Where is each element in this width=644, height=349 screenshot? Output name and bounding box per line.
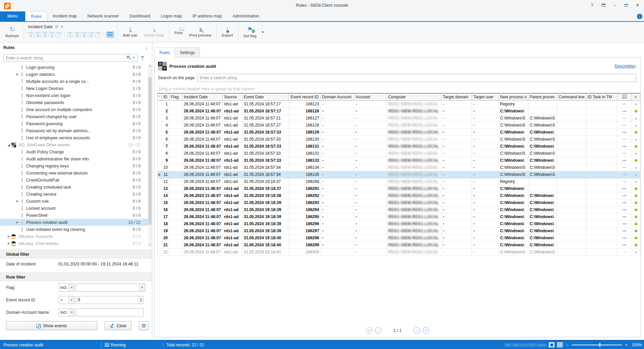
cell[interactable]: C:\Windows\ (528, 199, 557, 206)
cell[interactable]: 186127 (289, 114, 321, 121)
cell[interactable]: C:\Windows\ (498, 185, 528, 192)
column-header-target-domain[interactable]: Target domain (441, 93, 472, 100)
cell[interactable]: ⋯ (617, 129, 632, 136)
cell[interactable]: ⋯ (617, 136, 632, 143)
cell[interactable]: 9 (162, 157, 169, 164)
cell[interactable]: - (472, 143, 499, 150)
maximize-button[interactable] (623, 2, 630, 9)
cell[interactable] (158, 206, 162, 213)
add-rule-button[interactable]: +Add rule (119, 22, 141, 42)
cell[interactable]: 31.05.2024 18:57:17 (242, 100, 289, 107)
search-options-caret-icon[interactable] (133, 57, 135, 58)
date-range-button-w[interactable]: W (74, 32, 80, 37)
cell[interactable]: 26.06.2024 11:48:07 (182, 213, 223, 220)
cell[interactable]: 31.05.2024 19:18:39 (242, 213, 289, 220)
spinner-icon[interactable] (138, 296, 143, 304)
date-range-button-y[interactable]: Y (95, 32, 101, 37)
cell[interactable]: C:\Windows\ (528, 213, 557, 220)
cell[interactable] (557, 164, 586, 171)
nav-tab-ip-address-map[interactable]: IP address map (187, 11, 227, 21)
show-events-button[interactable]: Show events (6, 321, 97, 330)
cell[interactable] (632, 143, 640, 150)
cell[interactable] (557, 227, 586, 234)
cell[interactable] (632, 199, 640, 206)
cell[interactable]: - (441, 171, 472, 178)
cell[interactable]: rds1-ad (222, 248, 242, 255)
cell[interactable] (169, 213, 182, 220)
cell[interactable]: ⋯ (617, 178, 632, 185)
cell[interactable]: - (472, 248, 499, 255)
cell[interactable] (169, 129, 182, 136)
cell[interactable] (158, 213, 162, 220)
cell[interactable]: - (472, 213, 499, 220)
table-row-9[interactable]: 926.06.2024 11:48:07rds1-ad31.05.2024 18… (158, 157, 640, 164)
tree-item-obsolete-passwords[interactable]: Obsolete passwords0 / 0 (0, 99, 152, 106)
cell[interactable]: rds1-ad (222, 241, 242, 248)
prev-page-button[interactable]: ‹ (375, 327, 381, 334)
cell[interactable]: 31.05.2024 18:57:27 (242, 121, 289, 129)
cell[interactable] (169, 114, 182, 121)
cell[interactable]: RDS1-SIEM.RDS1.LOCAL (387, 241, 441, 248)
cell[interactable]: C:\Windows\ (528, 143, 557, 150)
cell[interactable]: - (472, 220, 499, 227)
cell[interactable]: RDS1-SIEM.RDS1.LOCAL (387, 199, 441, 206)
cell[interactable]: 26.06.2024 11:48:07 (182, 199, 223, 206)
cell[interactable] (586, 248, 617, 255)
cell[interactable] (169, 143, 182, 150)
cell[interactable]: - (321, 227, 354, 234)
cell[interactable]: - (321, 136, 354, 143)
tree-item-logon-statistics[interactable]: ▶Logon statistics0 / 0 (0, 71, 152, 78)
cell[interactable] (586, 121, 617, 129)
cell[interactable]: RDS1-SIEM.RDS1.LOCAL (387, 192, 441, 199)
cell[interactable]: - (441, 234, 472, 241)
cell[interactable]: RDS1-SIEM.RDS1.LOCAL (387, 206, 441, 213)
cell[interactable]: 16 (162, 206, 169, 213)
cell[interactable]: RDS1-SIEM.RDS1.LOCAL (387, 129, 441, 136)
cell[interactable]: ⋯ (617, 107, 632, 114)
cell[interactable] (557, 129, 586, 136)
cell[interactable]: RDS1-SIEM.RDS1.LOCAL (387, 178, 441, 185)
column-header-marker[interactable]: * (158, 93, 162, 100)
cell[interactable] (158, 121, 162, 129)
cell[interactable]: C:\Windows\ (498, 213, 528, 220)
cell[interactable] (557, 206, 586, 213)
cell[interactable]: - (321, 100, 354, 107)
table-row-13[interactable]: 1326.06.2024 11:48:07rds1-ad31.05.2024 1… (158, 185, 640, 192)
cell[interactable] (557, 157, 586, 164)
table-row-6[interactable]: 626.06.2024 11:48:07rds1-ad31.05.2024 18… (158, 136, 640, 143)
cell[interactable]: rds1-ad (222, 178, 242, 185)
cell[interactable] (169, 178, 182, 185)
dropdown-icon[interactable] (69, 309, 74, 316)
tree-item-powershell[interactable]: PowerShell0 / 0 (0, 212, 152, 219)
cell[interactable]: 186132 (289, 150, 321, 157)
cell[interactable]: rds1-ad (222, 129, 242, 136)
cell[interactable]: - (472, 107, 499, 114)
cell[interactable]: 186300 (289, 248, 321, 255)
record-op-select[interactable]: = (59, 296, 74, 304)
cell[interactable]: 186293 (289, 199, 321, 206)
cell[interactable] (557, 192, 586, 199)
cell[interactable] (586, 171, 617, 178)
cell[interactable]: 15 (162, 199, 169, 206)
column-header-command-line[interactable]: Command line (557, 93, 586, 100)
cell[interactable]: - (321, 185, 354, 192)
flag-value-select[interactable] (76, 284, 145, 292)
cell[interactable]: - (472, 129, 499, 136)
cell[interactable]: ⋯ (617, 143, 632, 150)
calendar-button[interactable] (106, 32, 114, 38)
cell[interactable]: 31.05.2024 19:18:39 (242, 206, 289, 213)
cell[interactable]: C:\Windows\S (498, 171, 528, 178)
dropdown-icon[interactable] (68, 296, 74, 304)
cell[interactable] (586, 107, 617, 114)
cell[interactable]: - (472, 185, 499, 192)
cell[interactable]: 26.06.2024 11:48:07 (182, 143, 223, 150)
cell[interactable]: ⋯ (617, 241, 632, 248)
cell[interactable]: C:\Windows\S (498, 121, 528, 129)
cell[interactable] (557, 136, 586, 143)
cell[interactable]: 186296 (289, 220, 321, 227)
cell[interactable] (169, 192, 182, 199)
cell[interactable]: - (441, 241, 472, 248)
cell[interactable]: 31.05.2024 18:57:33 (242, 143, 289, 150)
cell[interactable]: - (321, 213, 354, 220)
cell[interactable]: 10 (162, 164, 169, 171)
